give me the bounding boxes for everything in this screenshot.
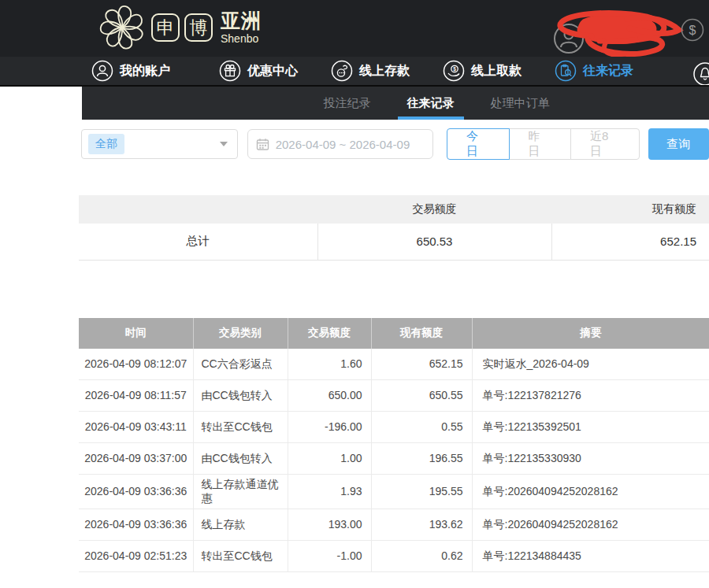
- cell-amount: 650.00: [288, 380, 371, 412]
- summary-total-label: 总计: [79, 224, 317, 260]
- cell-time: 2026-04-09 03:43:11: [79, 412, 193, 443]
- summary-table: 交易额度 现有额度 总计 650.53 652.15: [79, 195, 709, 261]
- nav-item-online-deposit[interactable]: 线上存款: [331, 60, 410, 82]
- summary-transaction-total: 650.53: [317, 224, 551, 260]
- cell-time: 2026-04-09 02:51:23: [79, 541, 193, 572]
- quick-button-last8days[interactable]: 近8日: [570, 128, 640, 160]
- nav-item-online-withdrawal[interactable]: $ 线上取款: [443, 60, 522, 82]
- site-header: 申 博 亚洲 Shenbo $: [0, 0, 709, 57]
- table-row: 2026-04-09 03:36:36 线上存款通道优惠 1.93 195.55…: [79, 475, 709, 509]
- cell-type: 线上存款: [193, 509, 288, 541]
- cell-amount: 193.00: [288, 509, 371, 541]
- cell-time: 2026-04-09 08:12:07: [79, 349, 193, 380]
- col-header-balance: 现有额度: [371, 318, 472, 349]
- cell-time: 2026-04-09 03:36:36: [79, 509, 193, 541]
- search-button[interactable]: 查询: [648, 128, 709, 160]
- cell-balance: 652.15: [371, 349, 472, 380]
- table-row: 2026-04-09 03:43:11 转出至CC钱包 -196.00 0.55…: [79, 412, 709, 443]
- cell-amount: -1.00: [288, 541, 371, 572]
- summary-total-row: 总计 650.53 652.15: [79, 224, 709, 260]
- cell-type: 由CC钱包转入: [193, 443, 288, 475]
- cell-memo: 单号:122135330930: [472, 443, 709, 475]
- red-scribble-annotation: [544, 5, 690, 57]
- cell-type: 由CC钱包转入: [193, 380, 288, 412]
- table-row: 2026-04-09 08:12:07 CC六合彩返点 1.60 652.15 …: [79, 349, 709, 380]
- table-row: 2026-04-09 03:36:36 线上存款 193.00 193.62 单…: [79, 509, 709, 541]
- cell-time: 2026-04-09 03:36:36: [79, 475, 193, 509]
- cell-memo: 实时返水_2026-04-09: [472, 349, 709, 380]
- col-header-type: 交易类别: [193, 318, 288, 349]
- cell-memo: 单号:122134884435: [472, 541, 709, 572]
- quick-button-yesterday[interactable]: 昨日: [509, 128, 571, 160]
- nav-item-promotions[interactable]: 优惠中心: [219, 60, 298, 82]
- summary-header-empty: [79, 195, 317, 224]
- cell-type: 转出至CC钱包: [193, 412, 288, 443]
- nav-item-label: 优惠中心: [247, 63, 298, 80]
- nav-item-label: 往来记录: [583, 63, 633, 80]
- filter-bar: 全部 2026-04-09 ~ 2026-04-09 今日 昨日 近8日 查询: [81, 128, 709, 160]
- tab-transaction-records[interactable]: 往来记录: [403, 87, 459, 120]
- nav-item-transaction-records[interactable]: 往来记录: [555, 60, 633, 82]
- col-header-memo: 摘要: [472, 318, 709, 349]
- cell-balance: 0.62: [371, 541, 472, 572]
- date-range-input[interactable]: 2026-04-09 ~ 2026-04-09: [247, 129, 433, 159]
- table-row: 2026-04-09 03:37:00 由CC钱包转入 1.00 196.55 …: [79, 443, 709, 475]
- hand-coins-icon: [331, 60, 353, 82]
- cell-time: 2026-04-09 08:11:57: [79, 380, 193, 412]
- main-navigation: 我的账户 优惠中心 线上存款 $ 线上取款: [0, 57, 709, 87]
- cell-amount: 1.93: [288, 475, 371, 509]
- cell-amount: 1.00: [288, 443, 371, 475]
- cell-balance: 196.55: [371, 443, 472, 475]
- notifications-bell-icon[interactable]: [692, 61, 709, 87]
- summary-header-balance: 现有额度: [551, 195, 709, 224]
- nav-item-label: 线上取款: [471, 63, 522, 80]
- user-icon: [91, 60, 113, 82]
- balance-dollar-icon[interactable]: $: [680, 17, 705, 43]
- brand-char-bo: 博: [184, 13, 213, 42]
- col-header-amount: 交易额度: [288, 318, 371, 349]
- records-header-row: 时间 交易类别 交易额度 现有额度 摘要: [79, 318, 709, 349]
- tab-betting-records[interactable]: 投注纪录: [319, 87, 376, 120]
- hand-dollar-icon: $: [443, 60, 465, 82]
- cell-amount: -196.00: [288, 412, 371, 443]
- cell-memo: 单号:202604094252028162: [472, 509, 709, 541]
- gift-icon: [219, 60, 241, 82]
- svg-text:$: $: [453, 66, 456, 72]
- cell-memo: 单号:122135392501: [472, 412, 709, 443]
- records-table: 时间 交易类别 交易额度 现有额度 摘要 2026-04-09 08:12:07…: [79, 318, 709, 573]
- transaction-type-select[interactable]: 全部: [81, 129, 238, 159]
- brand-logo[interactable]: 申 博 亚洲 Shenbo: [99, 5, 262, 50]
- page-content: 全部 2026-04-09 ~ 2026-04-09 今日 昨日 近8日 查询: [0, 128, 709, 572]
- cell-memo: 单号:202604094252028162: [472, 475, 709, 509]
- date-range-value: 2026-04-09 ~ 2026-04-09: [276, 138, 410, 151]
- brand-region-label: 亚洲: [221, 11, 262, 31]
- cell-type: CC六合彩返点: [193, 349, 288, 380]
- cell-balance: 0.55: [371, 412, 472, 443]
- summary-header-row: 交易额度 现有额度: [79, 195, 709, 224]
- col-header-time: 时间: [79, 318, 193, 349]
- svg-text:$: $: [689, 24, 696, 37]
- summary-balance-total: 652.15: [551, 224, 709, 260]
- cell-memo: 单号:122137821276: [472, 380, 709, 412]
- tab-pending-orders[interactable]: 处理中订单: [486, 87, 555, 120]
- flower-logo-icon: [99, 5, 145, 50]
- cell-type: 转出至CC钱包: [193, 541, 288, 572]
- summary-header-transaction: 交易额度: [317, 195, 551, 224]
- table-row: 2026-04-09 08:11:57 由CC钱包转入 650.00 650.5…: [79, 380, 709, 412]
- cell-amount: 1.60: [288, 349, 371, 380]
- nav-item-label: 我的账户: [120, 63, 170, 80]
- selected-type-tag: 全部: [88, 134, 124, 154]
- cell-type: 线上存款通道优惠: [193, 475, 288, 509]
- brand-latin-label: Shenbo: [221, 33, 262, 44]
- clipboard-search-icon: [555, 60, 577, 82]
- cell-balance: 195.55: [371, 475, 472, 509]
- table-row: 2026-04-09 02:51:23 转出至CC钱包 -1.00 0.62 单…: [79, 541, 709, 572]
- quick-button-today[interactable]: 今日: [447, 128, 509, 160]
- cell-balance: 193.62: [371, 509, 472, 541]
- quick-range-group: 今日 昨日 近8日: [447, 128, 640, 160]
- calendar-icon: [256, 138, 269, 151]
- record-tabs: 投注纪录 往来记录 处理中订单: [82, 87, 709, 120]
- nav-item-my-account[interactable]: 我的账户: [91, 60, 170, 82]
- cell-balance: 650.55: [371, 380, 472, 412]
- nav-item-label: 线上存款: [359, 63, 410, 80]
